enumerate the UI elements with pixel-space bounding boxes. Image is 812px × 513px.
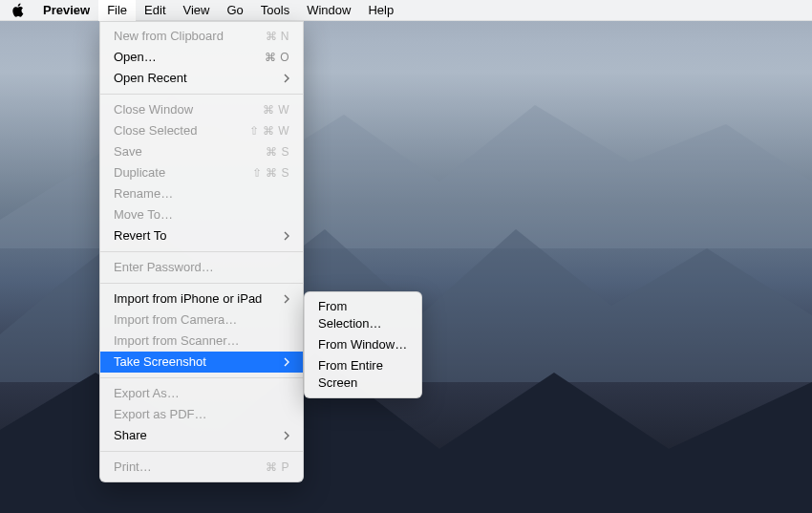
chevron-right-icon: [280, 294, 289, 304]
menu-item-label: Duplicate: [114, 164, 165, 182]
menu-item-move-to: Move To…: [100, 204, 303, 225]
menubar-item-view[interactable]: View: [175, 0, 219, 21]
menubar-item-help[interactable]: Help: [359, 0, 402, 21]
menubar-item-window[interactable]: Window: [298, 0, 359, 21]
menu-item-import-from-iphone-or-ipad[interactable]: Import from iPhone or iPad: [100, 289, 303, 310]
menu-item-close-selected: Close Selected⇧ ⌘ W: [100, 120, 303, 141]
menu-separator: [100, 377, 303, 378]
menu-item-rename: Rename…: [100, 183, 303, 204]
menu-item-share[interactable]: Share: [100, 425, 303, 446]
menu-item-duplicate: Duplicate⇧ ⌘ S: [100, 162, 303, 183]
menu-item-open[interactable]: Open…⌘ O: [100, 47, 303, 68]
menu-item-label: Take Screenshot: [114, 353, 206, 371]
submenu-item-from-window[interactable]: From Window…: [305, 334, 421, 355]
menu-item-label: Import from iPhone or iPad: [114, 290, 262, 308]
file-menu-dropdown: New from Clipboard⌘ NOpen…⌘ OOpen Recent…: [99, 21, 304, 482]
menu-item-label: Save: [114, 143, 142, 160]
menu-item-label: Close Selected: [114, 122, 197, 139]
menu-item-export-as: Export As…: [100, 383, 303, 404]
submenu-item-from-selection[interactable]: From Selection…: [305, 296, 421, 334]
menu-item-import-from-scanner: Import from Scanner…: [100, 331, 303, 352]
menu-separator: [100, 94, 303, 95]
menu-item-label: Open Recent: [114, 70, 187, 87]
menu-item-revert-to[interactable]: Revert To: [100, 225, 303, 246]
menu-item-shortcut: ⇧ ⌘ W: [249, 122, 290, 139]
menu-item-label: Close Window: [114, 101, 193, 118]
menu-item-label: Enter Password…: [114, 259, 214, 276]
menu-item-import-from-camera: Import from Camera…: [100, 310, 303, 331]
submenu-item-from-entire-screen[interactable]: From Entire Screen: [305, 355, 421, 394]
menu-item-label: Export as PDF…: [114, 406, 207, 423]
menu-item-shortcut: ⌘ P: [266, 459, 289, 476]
menu-item-label: Rename…: [114, 185, 173, 203]
menubar-item-edit[interactable]: Edit: [136, 0, 174, 21]
menu-item-export-as-pdf: Export as PDF…: [100, 404, 303, 425]
chevron-right-icon: [280, 74, 289, 83]
menu-item-label: Share: [114, 427, 147, 444]
menu-item-label: Import from Camera…: [114, 311, 237, 329]
menubar-item-file[interactable]: File: [98, 0, 136, 21]
menu-item-label: Export As…: [114, 385, 180, 402]
menu-separator: [100, 283, 303, 284]
menu-item-label: Import from Scanner…: [114, 332, 240, 350]
menu-item-new-from-clipboard: New from Clipboard⌘ N: [100, 26, 303, 47]
menu-item-print: Print…⌘ P: [100, 457, 303, 478]
menubar: Preview File Edit View Go Tools Window H…: [0, 0, 812, 21]
menubar-item-tools[interactable]: Tools: [252, 0, 298, 21]
menu-item-shortcut: ⌘ O: [265, 49, 289, 66]
chevron-right-icon: [280, 231, 289, 241]
menubar-app-name[interactable]: Preview: [34, 0, 98, 21]
menu-item-shortcut: ⌘ W: [263, 101, 289, 118]
apple-menu-icon[interactable]: [10, 3, 25, 18]
menubar-item-go[interactable]: Go: [218, 0, 251, 21]
chevron-right-icon: [280, 357, 289, 367]
chevron-right-icon: [280, 431, 289, 440]
menu-item-close-window: Close Window⌘ W: [100, 99, 303, 120]
menu-item-open-recent[interactable]: Open Recent: [100, 68, 303, 89]
desktop: Preview File Edit View Go Tools Window H…: [0, 0, 812, 513]
menu-item-label: Print…: [114, 459, 152, 476]
menu-separator: [100, 251, 303, 252]
menu-item-shortcut: ⌘ S: [266, 143, 289, 160]
menu-item-shortcut: ⇧ ⌘ S: [252, 164, 289, 182]
menu-item-label: Move To…: [114, 206, 173, 224]
menu-item-save: Save⌘ S: [100, 141, 303, 162]
menu-item-label: Revert To: [114, 227, 166, 245]
menu-item-label: Open…: [114, 49, 157, 66]
menu-separator: [100, 451, 303, 452]
take-screenshot-submenu: From Selection… From Window… From Entire…: [304, 291, 422, 398]
menu-item-enter-password: Enter Password…: [100, 257, 303, 278]
menu-item-shortcut: ⌘ N: [266, 28, 290, 45]
menu-item-take-screenshot[interactable]: Take Screenshot: [100, 352, 303, 373]
menu-item-label: New from Clipboard: [114, 28, 224, 45]
